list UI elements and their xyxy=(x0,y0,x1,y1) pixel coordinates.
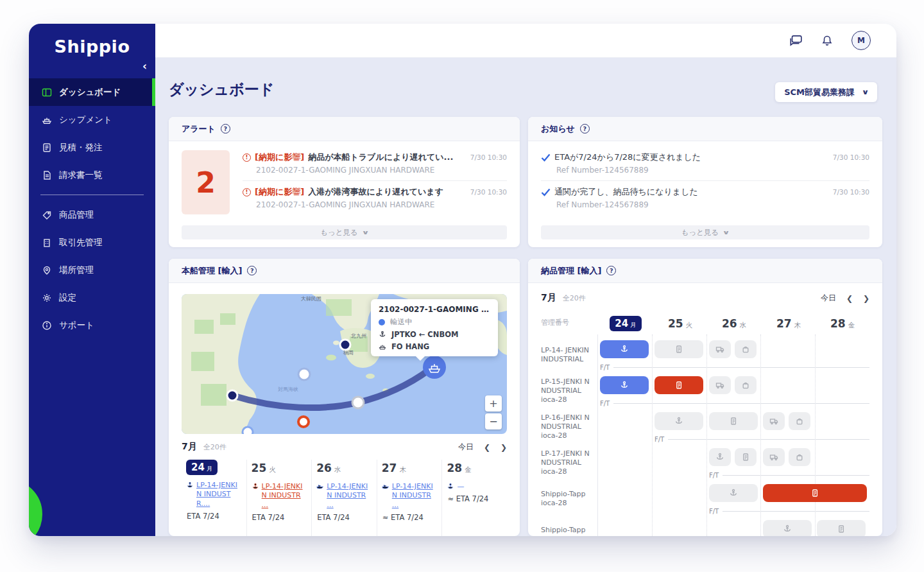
delivery-row: Shippio-Tapp ioca-28 F/T xyxy=(541,481,869,517)
shipment-link[interactable]: LP-14-JENKIN INDUSTR ... xyxy=(327,482,372,510)
zoom-out-button[interactable]: − xyxy=(485,413,502,429)
anchor-icon xyxy=(186,481,194,489)
vessel-entry: LP-14-JENKIN INDUSTR ... xyxy=(382,482,438,510)
gear-icon xyxy=(42,293,52,303)
sidebar-item-support[interactable]: サポート xyxy=(29,311,155,339)
notice-item[interactable]: 通関が完了し、納品待ちになりました 7/30 10:30 Ref Number-… xyxy=(541,180,869,215)
chip-customs-document[interactable] xyxy=(817,520,866,536)
document-icon xyxy=(741,453,750,462)
day-header[interactable]: 27木 xyxy=(762,313,816,334)
shipment-label[interactable]: LP-15-JENKI N NDUSTRIAL ioca-28 xyxy=(541,373,595,409)
shipment-label[interactable]: LP-16-JENKI N NDUSTRIAL ioca-28 xyxy=(541,409,595,445)
sidebar-item-shipment[interactable]: シップメント xyxy=(29,106,155,134)
chip-truck[interactable] xyxy=(709,376,731,394)
delivery-row: LP-15-JENKI N NDUSTRIAL ioca-28 F/T xyxy=(541,373,869,409)
shipment-label[interactable]: Shippio-Tapp ioca-28 xyxy=(541,481,595,517)
app-window: Shippio ‹ ダッシュボード シップメント 見積・発注 請求書一覧 xyxy=(29,24,896,536)
chip-anchor[interactable] xyxy=(709,448,731,466)
sidebar-collapse-icon[interactable]: ‹ xyxy=(142,61,147,72)
alert-item[interactable]: ! [納期に影響] 納品が本船トラブルにより遅れてい... 7/30 10:30… xyxy=(243,146,507,180)
chip-package[interactable] xyxy=(789,448,810,466)
chip-customs-document[interactable] xyxy=(654,340,703,358)
chip-truck[interactable] xyxy=(763,448,785,466)
shipment-map-tooltip[interactable]: 2102-0027-1-GAOMING hoghog... 輸送中 JPTKO … xyxy=(371,299,498,356)
day-header[interactable]: 27 木 xyxy=(382,460,406,476)
help-icon[interactable]: ? xyxy=(580,124,590,134)
shipment-label[interactable]: LP-17-JENKI N NDUSTRIAL ioca-28 xyxy=(541,445,595,481)
notice-item[interactable]: ETAが7/24から7/28に変更されました 7/30 10:30 Ref Nu… xyxy=(541,146,869,180)
chip-anchor[interactable] xyxy=(600,340,649,358)
map-pin-icon xyxy=(42,265,52,275)
chip-customs-document[interactable] xyxy=(735,448,757,466)
chat-icon[interactable] xyxy=(789,35,803,47)
help-icon[interactable]: ? xyxy=(221,124,230,134)
day-header-selected[interactable]: 24月 xyxy=(599,313,653,334)
sidebar-item-products[interactable]: 商品管理 xyxy=(29,201,155,229)
shipment-link[interactable]: — xyxy=(457,482,464,491)
sidebar: Shippio ‹ ダッシュボード シップメント 見積・発注 請求書一覧 xyxy=(29,24,155,536)
info-circle-icon xyxy=(42,320,52,331)
sidebar-item-partners[interactable]: 取引先管理 xyxy=(29,229,155,256)
chevron-down-icon: ∨ xyxy=(723,229,730,236)
zoom-in-button[interactable]: + xyxy=(485,395,502,412)
truck-icon xyxy=(769,453,778,462)
chip-truck[interactable] xyxy=(763,412,785,430)
chevron-right-icon[interactable]: ❯ xyxy=(863,294,869,303)
sidebar-item-invoices[interactable]: 請求書一覧 xyxy=(29,161,155,189)
day-header[interactable]: 26 水 xyxy=(316,460,341,476)
notice-list: ETAが7/24から7/28に変更されました 7/30 10:30 Ref Nu… xyxy=(541,146,869,215)
shipment-link[interactable]: LP-14-JENKIN INDUSTR.... xyxy=(196,481,242,508)
shipment-link[interactable]: LP-14-JENKIN INDUSTR ... xyxy=(262,482,307,510)
day-header[interactable]: 25 火 xyxy=(252,460,276,476)
chevron-left-icon[interactable]: ❮ xyxy=(484,443,490,452)
help-icon[interactable]: ? xyxy=(606,266,616,275)
avatar[interactable]: M xyxy=(851,31,871,50)
shipment-label[interactable]: LP-14- JENKIN INDUSTRIAL xyxy=(541,337,595,373)
vessel-title: 本船管理 [輸入] xyxy=(182,265,242,277)
calendar-month: 7月 xyxy=(182,441,197,453)
delivery-calendar-header: 7月 全20件 今日 ❮ ❯ xyxy=(541,292,869,304)
bell-icon[interactable] xyxy=(821,34,834,47)
day-of-week: 水 xyxy=(740,321,747,330)
chip-customs-document-alert[interactable] xyxy=(763,484,867,502)
chip-anchor[interactable] xyxy=(763,520,812,536)
day-of-week: 月 xyxy=(207,465,213,473)
vessel-map[interactable]: 大韓民国 北九州 福岡 対馬海峡 2102-0027-1-GAOMING hog… xyxy=(182,294,507,434)
alert-item[interactable]: ! [納期に影響] 入港が港湾事故により遅れています 7/30 10:30 21… xyxy=(243,180,507,215)
chip-anchor[interactable] xyxy=(654,412,703,430)
chip-customs-document[interactable] xyxy=(709,412,758,430)
chip-anchor[interactable] xyxy=(600,376,649,394)
sidebar-item-settings[interactable]: 設定 xyxy=(29,284,155,311)
sidebar-item-locations[interactable]: 場所管理 xyxy=(29,256,155,284)
shipment-link[interactable]: LP-14-JENKIN INDUSTR ... xyxy=(392,482,438,510)
alert-time: 7/30 10:30 xyxy=(464,188,507,196)
chip-anchor[interactable] xyxy=(709,484,758,502)
calendar-column: 27 木 LP-14-JENKIN INDUSTR ... ≈ ETA 7/24 xyxy=(377,460,442,536)
invoice-icon xyxy=(42,170,52,180)
day-header[interactable]: 28金 xyxy=(816,313,869,334)
sidebar-item-dashboard[interactable]: ダッシュボード xyxy=(29,78,155,106)
chevron-right-icon[interactable]: ❯ xyxy=(501,443,507,452)
org-selector-dropdown[interactable]: SCM部貿易業務課 ∨ xyxy=(775,82,877,102)
chip-package[interactable] xyxy=(735,340,757,358)
ft-label: F/T xyxy=(600,364,610,371)
chip-package[interactable] xyxy=(789,412,810,430)
chip-customs-document-alert[interactable] xyxy=(654,376,703,394)
chip-truck[interactable] xyxy=(709,340,731,358)
day-of-week: 火 xyxy=(686,321,693,330)
day-header[interactable]: 25火 xyxy=(653,313,707,334)
day-header[interactable]: 28 金 xyxy=(447,460,471,476)
today-button[interactable]: 今日 xyxy=(458,442,474,453)
today-button[interactable]: 今日 xyxy=(821,293,836,304)
notices-show-more-button[interactable]: もっと見る ∨ xyxy=(541,225,869,239)
chevron-left-icon[interactable]: ❮ xyxy=(846,294,853,303)
day-header[interactable]: 26水 xyxy=(707,313,761,334)
day-number: 28 xyxy=(830,317,846,330)
tooltip-vessel: FO HANG xyxy=(391,342,429,351)
chip-package[interactable] xyxy=(735,376,757,394)
help-icon[interactable]: ? xyxy=(247,266,257,275)
day-header-selected[interactable]: 24 月 xyxy=(186,460,218,475)
sidebar-item-quotes-orders[interactable]: 見積・発注 xyxy=(29,134,155,161)
alerts-show-more-button[interactable]: もっと見る ∨ xyxy=(182,225,507,239)
shipment-label[interactable]: Shippio-Tapp ioca-28 xyxy=(541,517,595,536)
